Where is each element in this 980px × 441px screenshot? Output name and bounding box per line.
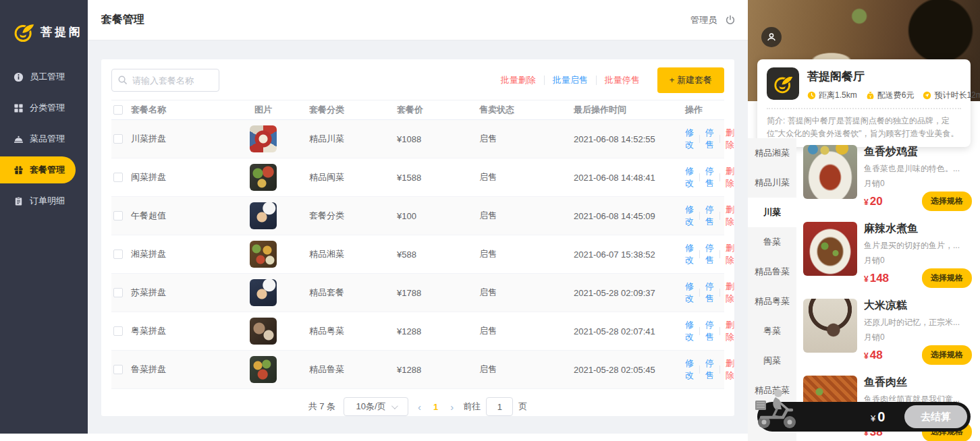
select-all-checkbox[interactable] bbox=[113, 105, 123, 115]
delete-link[interactable]: 删除 bbox=[726, 204, 734, 228]
table-row: 鲁菜拼盘 精品鲁菜 ¥1288 启售 2021-05-28 02:05:45 修… bbox=[111, 351, 724, 389]
dish-description: 还原儿时的记忆，正宗米... bbox=[864, 317, 972, 328]
edit-link[interactable]: 修改 bbox=[685, 242, 694, 266]
category-item[interactable]: 鲁菜 bbox=[748, 227, 796, 257]
edit-link[interactable]: 修改 bbox=[685, 319, 694, 343]
page-size-select[interactable]: 10条/页 bbox=[344, 397, 408, 416]
category-item[interactable]: 精品湘菜 bbox=[748, 138, 796, 168]
dish-photo bbox=[803, 222, 857, 276]
shop-intro: 简介: 菩提阁中餐厅是菩提阁点餐的独立的品牌，定位"大众化的美食外送餐饮"，旨为… bbox=[767, 115, 961, 140]
row-checkbox[interactable] bbox=[113, 173, 123, 182]
setmeal-price: ¥1288 bbox=[378, 326, 462, 336]
category-item[interactable]: 粤菜 bbox=[748, 316, 796, 346]
power-icon[interactable] bbox=[725, 15, 736, 26]
dish-list: 鱼香炒鸡蛋 鱼香菜也是川味的特色。... 月销0 ¥20 选择规格 麻辣水煮鱼 … bbox=[796, 138, 980, 441]
batch-enable-button[interactable]: 批量启售 bbox=[545, 74, 596, 86]
batch-disable-button[interactable]: 批量停售 bbox=[597, 74, 648, 86]
category-item-active[interactable]: 川菜 bbox=[748, 198, 796, 227]
search-input[interactable] bbox=[111, 69, 219, 92]
stop-sale-link[interactable]: 停售 bbox=[705, 319, 714, 343]
dish-cloche-icon bbox=[13, 134, 24, 144]
sidebar-item-dish[interactable]: 菜品管理 bbox=[0, 125, 76, 152]
setmeal-name: 湘菜拼盘 bbox=[131, 248, 166, 260]
setmeal-thumbnail bbox=[250, 125, 277, 152]
edit-link[interactable]: 修改 bbox=[685, 357, 694, 382]
divider bbox=[719, 289, 720, 297]
column-header: 图片 bbox=[236, 104, 290, 116]
setmeal-category: 精品鲁菜 bbox=[290, 363, 378, 376]
delete-link[interactable]: 删除 bbox=[726, 127, 734, 151]
edit-link[interactable]: 修改 bbox=[685, 204, 694, 228]
stop-sale-link[interactable]: 停售 bbox=[705, 357, 714, 382]
sidebar-item-orders[interactable]: 订单明细 bbox=[0, 187, 76, 214]
row-checkbox[interactable] bbox=[113, 134, 123, 144]
row-checkbox[interactable] bbox=[113, 365, 123, 374]
dish-description: 鱼香菜也是川味的特色。... bbox=[864, 163, 972, 175]
row-checkbox[interactable] bbox=[113, 211, 123, 220]
choose-spec-button[interactable]: 选择规格 bbox=[922, 192, 972, 211]
gift-icon bbox=[13, 165, 24, 175]
navigation-icon bbox=[923, 91, 931, 100]
delete-link[interactable]: 删除 bbox=[726, 319, 734, 343]
category-item[interactable]: 精品粤菜 bbox=[748, 287, 796, 316]
sidebar-nav: 员工管理 分类管理 菜品管理 套餐管理 bbox=[0, 63, 88, 214]
dish-price: ¥20 bbox=[864, 195, 883, 208]
dish-item: 麻辣水煮鱼 鱼片是买的切好的鱼片，... 月销0 ¥148 选择规格 bbox=[803, 216, 972, 293]
edit-link[interactable]: 修改 bbox=[685, 281, 694, 305]
sidebar-item-setmeal[interactable]: 套餐管理 bbox=[0, 156, 76, 183]
delete-link[interactable]: 删除 bbox=[726, 357, 734, 382]
divider bbox=[719, 365, 720, 374]
delete-link[interactable]: 删除 bbox=[726, 242, 734, 266]
divider bbox=[699, 135, 700, 143]
goto-page-input[interactable] bbox=[486, 397, 513, 416]
edit-link[interactable]: 修改 bbox=[685, 127, 694, 151]
stop-sale-link[interactable]: 停售 bbox=[705, 204, 714, 228]
sidebar-item-category[interactable]: 分类管理 bbox=[0, 94, 76, 121]
dish-monthly-sales: 月销0 bbox=[864, 332, 972, 343]
column-header: 套餐分类 bbox=[290, 104, 378, 116]
setmeal-price: ¥1288 bbox=[378, 365, 462, 375]
dish-name[interactable]: 麻辣水煮鱼 bbox=[864, 222, 972, 236]
chevron-down-icon bbox=[391, 403, 398, 409]
row-checkbox[interactable] bbox=[113, 326, 123, 336]
setmeal-name: 午餐超值 bbox=[131, 210, 166, 222]
choose-spec-button[interactable]: 选择规格 bbox=[922, 268, 972, 288]
category-item[interactable]: 闽菜 bbox=[748, 346, 796, 376]
stop-sale-link[interactable]: 停售 bbox=[705, 281, 714, 305]
divider bbox=[699, 173, 700, 181]
row-checkbox[interactable] bbox=[113, 249, 123, 259]
choose-spec-button[interactable]: 选择规格 bbox=[922, 345, 972, 365]
setmeal-category: 精品粤菜 bbox=[290, 325, 378, 337]
batch-delete-button[interactable]: 批量删除 bbox=[493, 74, 544, 86]
stop-sale-link[interactable]: 停售 bbox=[705, 242, 714, 266]
delete-link[interactable]: 删除 bbox=[726, 165, 734, 189]
category-item[interactable]: 精品川菜 bbox=[748, 168, 796, 198]
new-setmeal-button[interactable]: + 新建套餐 bbox=[657, 67, 724, 93]
divider bbox=[719, 250, 720, 258]
delete-link[interactable]: 删除 bbox=[726, 281, 734, 305]
row-actions: 修改 停售 删除 bbox=[685, 165, 734, 189]
stop-sale-link[interactable]: 停售 bbox=[705, 127, 714, 151]
stop-sale-link[interactable]: 停售 bbox=[705, 165, 714, 189]
setmeal-category: 套餐分类 bbox=[290, 210, 378, 222]
user-icon[interactable] bbox=[761, 27, 782, 47]
row-actions: 修改 停售 删除 bbox=[685, 319, 734, 343]
setmeal-card: 批量删除 批量启售 批量停售 + 新建套餐 套餐名称 图片 套餐分类 套餐价 bbox=[101, 59, 734, 416]
row-actions: 修改 停售 删除 bbox=[685, 357, 734, 382]
category-item[interactable]: 精品鲁菜 bbox=[748, 257, 796, 287]
dish-name[interactable]: 鱼香炒鸡蛋 bbox=[864, 145, 972, 159]
row-actions: 修改 停售 删除 bbox=[685, 127, 734, 151]
sidebar-item-employee[interactable]: 员工管理 bbox=[0, 63, 76, 90]
divider bbox=[699, 327, 700, 335]
dish-price: ¥48 bbox=[864, 349, 883, 362]
search-box bbox=[111, 69, 219, 92]
edit-link[interactable]: 修改 bbox=[685, 165, 694, 189]
next-page-button[interactable]: › bbox=[449, 401, 455, 413]
page-size-value: 10条/页 bbox=[356, 401, 386, 413]
checkout-button[interactable]: 去结算 bbox=[904, 405, 967, 428]
current-page-number[interactable]: 1 bbox=[431, 402, 441, 412]
dish-name[interactable]: 大米凉糕 bbox=[864, 299, 972, 313]
dish-name[interactable]: 鱼香肉丝 bbox=[864, 376, 972, 390]
row-checkbox[interactable] bbox=[113, 288, 123, 297]
prev-page-button[interactable]: ‹ bbox=[416, 401, 423, 413]
